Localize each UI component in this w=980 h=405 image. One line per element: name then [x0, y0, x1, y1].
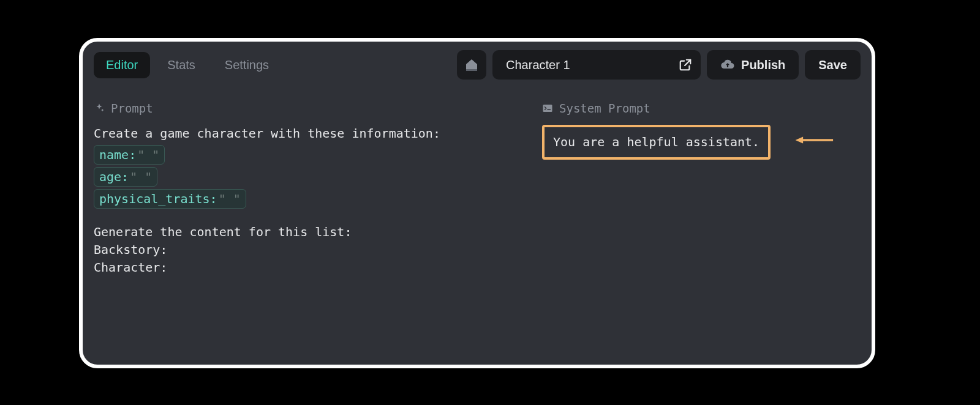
document-title: Character 1 — [506, 58, 570, 72]
chip-age[interactable]: age: " " — [94, 167, 157, 187]
editor-panel: Editor Stats Settings Character 1 — [79, 38, 875, 368]
save-button[interactable]: Save — [805, 50, 861, 80]
chip-name-key: name: — [99, 147, 136, 162]
prompt-section-label: Prompt — [94, 102, 524, 115]
tab-editor[interactable]: Editor — [94, 52, 150, 78]
stage: Editor Stats Settings Character 1 — [0, 0, 980, 405]
system-prompt-highlight-box: You are a helpful assistant. — [542, 125, 771, 160]
publish-button[interactable]: Publish — [707, 50, 799, 80]
prompt-line-4[interactable]: Character: — [94, 259, 524, 277]
document-title-box[interactable]: Character 1 — [492, 50, 701, 80]
chip-traits-key: physical_traits: — [99, 191, 217, 206]
sparkle-icon — [94, 103, 105, 114]
prompt-column: Prompt Create a game character with thes… — [94, 91, 524, 277]
open-external-icon[interactable] — [679, 58, 692, 72]
chip-physical-traits[interactable]: physical_traits: " " — [94, 189, 246, 209]
publish-label: Publish — [741, 58, 785, 72]
home-icon — [464, 58, 479, 72]
columns: Prompt Create a game character with thes… — [83, 91, 872, 277]
save-label: Save — [818, 58, 847, 72]
topbar: Editor Stats Settings Character 1 — [83, 42, 872, 91]
svg-marker-3 — [796, 136, 804, 143]
chip-name[interactable]: name: " " — [94, 145, 165, 165]
tab-settings[interactable]: Settings — [213, 52, 281, 78]
chip-age-val: " " — [130, 169, 152, 184]
tab-stats[interactable]: Stats — [155, 52, 208, 78]
terminal-icon — [542, 103, 553, 114]
prompt-line-2[interactable]: Generate the content for this list: — [94, 223, 524, 241]
home-button[interactable] — [457, 50, 486, 80]
system-prompt-section-label: System Prompt — [542, 102, 861, 115]
chip-age-key: age: — [99, 169, 129, 184]
prompt-line-1[interactable]: Create a game character with these infor… — [94, 125, 524, 143]
gap — [94, 215, 524, 223]
chip-traits-val: " " — [219, 191, 241, 206]
variable-chips: name: " " age: " " physical_traits: " " — [94, 145, 524, 209]
prompt-label-text: Prompt — [111, 102, 153, 115]
chip-name-val: " " — [137, 147, 159, 162]
svg-rect-0 — [466, 69, 477, 71]
annotation-arrow-icon — [787, 136, 842, 144]
svg-rect-1 — [543, 105, 552, 112]
prompt-line-3[interactable]: Backstory: — [94, 241, 524, 259]
system-prompt-wrap: You are a helpful assistant. — [542, 125, 861, 160]
cloud-upload-icon — [720, 58, 735, 72]
tab-group: Editor Stats Settings — [94, 52, 281, 78]
system-prompt-text[interactable]: You are a helpful assistant. — [553, 133, 760, 151]
system-prompt-column: System Prompt You are a helpful assistan… — [542, 91, 861, 277]
system-prompt-label-text: System Prompt — [559, 102, 650, 115]
